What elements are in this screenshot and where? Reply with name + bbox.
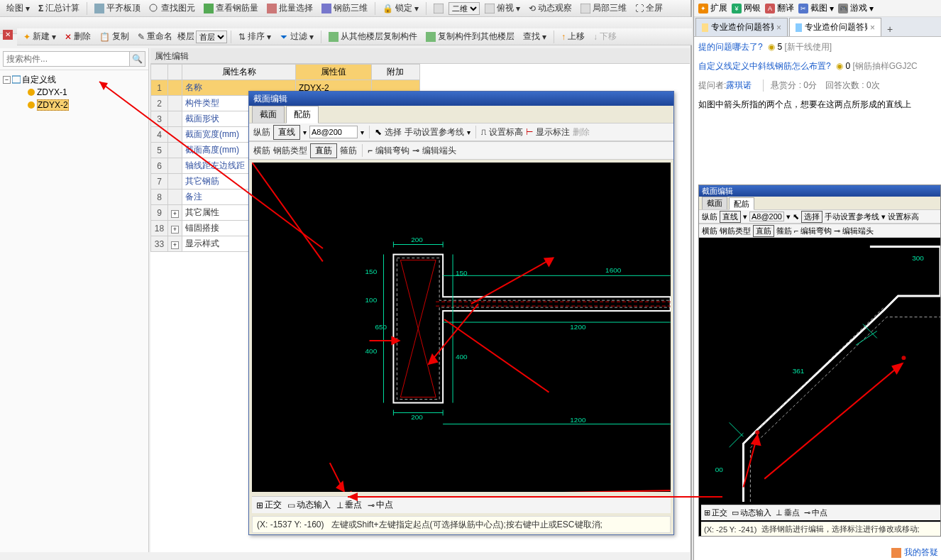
view-mode-select[interactable]: 二维: [449, 2, 480, 15]
close-panel-icon[interactable]: ✕: [3, 30, 13, 40]
t-line-btn[interactable]: 直线: [720, 211, 741, 223]
copy-btn[interactable]: 📋复制: [96, 28, 133, 45]
edit-end-btn[interactable]: 编辑端头: [422, 145, 456, 157]
dyn-input-toggle[interactable]: ▭ 动态输入: [287, 499, 331, 511]
t-end-btn[interactable]: 编辑端头: [842, 226, 874, 236]
t-spec: A8@200: [749, 212, 784, 221]
browser-tab-1[interactable]: 专业造价问题答疑平台 ×: [695, 18, 788, 36]
view-rebar-btn[interactable]: 查看钢筋量: [200, 0, 262, 16]
thumb-cad-canvas[interactable]: 300 361 00 400: [701, 238, 940, 502]
question-link-1[interactable]: 提的问题哪去了?: [698, 42, 763, 52]
thumb-tab-section[interactable]: 截面: [702, 197, 727, 209]
tab-rebar[interactable]: 配筋: [286, 106, 319, 123]
edit-hook-btn[interactable]: 编辑弯钩: [375, 145, 409, 157]
perp-snap[interactable]: ⊥ 垂点: [336, 499, 362, 511]
manual-ref-btn[interactable]: 手动设置参考线: [405, 126, 464, 138]
fullscreen-btn[interactable]: ⛶全屏: [632, 0, 666, 16]
game-btn[interactable]: 🎮游戏 ▾: [838, 2, 874, 14]
svg-text:00: 00: [715, 466, 724, 473]
rename-btn[interactable]: ✎重命名: [134, 28, 176, 45]
t-dyn[interactable]: ▭ 动态输入: [732, 507, 771, 518]
set-mark-btn[interactable]: 设置标高: [489, 126, 523, 138]
t-mid[interactable]: ⊸ 中点: [804, 507, 827, 518]
tree-item-2[interactable]: ZDYX-2: [1, 99, 147, 111]
thumb-tab-rebar[interactable]: 配筋: [729, 197, 754, 210]
svg-point-1: [150, 4, 157, 11]
search-button[interactable]: 🔍: [130, 51, 145, 67]
copy-to-floor-btn[interactable]: 复制构件到其他楼层: [422, 28, 518, 45]
batch-sel-btn[interactable]: 批量选择: [263, 0, 317, 16]
collapse-icon[interactable]: −: [3, 76, 11, 84]
bank-btn[interactable]: ¥网银: [732, 2, 761, 14]
t-hint: 选择钢筋进行编辑，选择标注进行修改或移动;: [761, 524, 920, 534]
lock-btn[interactable]: 🔒锁定 ▾: [379, 0, 422, 16]
stirrup-btn[interactable]: 箍筋: [340, 145, 357, 157]
svg-line-41: [252, 163, 323, 261]
cad-canvas[interactable]: 200 200 150 100 400 650 150 400 1600 120…: [252, 163, 671, 492]
long-rebar-label: 纵筋: [253, 126, 270, 138]
tree-item-1[interactable]: ZDYX-1: [1, 86, 147, 99]
new-btn[interactable]: ✦新建 ▾: [20, 28, 60, 45]
screenshot-btn[interactable]: ✂截图 ▾: [798, 2, 834, 14]
expand-icon[interactable]: +: [171, 226, 179, 234]
browser-tab-2[interactable]: 专业造价问题答疑平台 ×: [789, 18, 881, 36]
t-hook-btn[interactable]: 编辑弯钩: [800, 226, 832, 236]
draw-btn[interactable]: 绘图 ▾: [3, 0, 33, 16]
move-up-btn[interactable]: ↑上移: [558, 28, 588, 45]
expand-icon[interactable]: +: [171, 210, 179, 218]
t-stirrup-btn[interactable]: 箍筋: [776, 226, 792, 236]
svg-point-12: [28, 101, 35, 109]
svg-line-69: [764, 363, 902, 479]
close-tab-icon[interactable]: ×: [776, 23, 781, 33]
move-down-btn[interactable]: ↓下移: [590, 28, 620, 45]
asker-link[interactable]: 露琪诺: [726, 80, 752, 90]
del-rebar-btn[interactable]: 删除: [573, 126, 590, 138]
ext-btn[interactable]: ✦扩展: [698, 2, 727, 14]
view-2d-btn[interactable]: [430, 1, 447, 16]
translate-btn[interactable]: Aあ翻译: [765, 2, 794, 14]
rebar-3d-btn[interactable]: 钢筋三维: [318, 0, 371, 16]
copy-from-floor-btn[interactable]: 从其他楼层复制构件: [325, 28, 421, 45]
my-answers-link[interactable]: 我的答疑: [891, 547, 938, 559]
tab-section[interactable]: 截面: [252, 106, 285, 123]
find-elem-btn[interactable]: 查找图元: [145, 0, 199, 16]
show-mark-btn[interactable]: 显示标注: [536, 126, 570, 138]
folder-icon: [12, 75, 21, 84]
t-perp[interactable]: ⊥ 垂点: [776, 507, 800, 518]
t-long-label: 纵筋: [702, 212, 717, 222]
sum-btn[interactable]: Σ 汇总计算: [35, 0, 83, 16]
dyn-observe-btn[interactable]: ⟲动态观察: [525, 0, 576, 16]
t-straight-btn[interactable]: 直筋: [753, 225, 774, 237]
svg-text:361: 361: [793, 367, 805, 375]
floor-label: 楼层: [177, 31, 194, 43]
expand-icon[interactable]: +: [171, 241, 179, 249]
tree-root[interactable]: − 自定义线: [1, 73, 147, 86]
floor-select[interactable]: 首层: [196, 31, 227, 43]
rebar-spec-input[interactable]: [309, 126, 358, 138]
orbit-icon: ⟲: [529, 4, 536, 13]
local-3d-btn[interactable]: 局部三维: [577, 0, 630, 16]
t-setmark-btn[interactable]: 设置标高: [888, 212, 919, 222]
straight-btn[interactable]: 直筋: [310, 143, 337, 158]
question-link-2[interactable]: 自定义线定义中斜线钢筋怎么布置?: [698, 61, 831, 71]
t-select-btn[interactable]: 选择: [801, 211, 822, 223]
search-input[interactable]: [3, 51, 130, 67]
page-icon: [796, 23, 802, 32]
delete-btn[interactable]: ✕删除: [61, 28, 94, 45]
flatten-btn[interactable]: 平齐板顶: [91, 0, 144, 16]
find-btn[interactable]: 查找 ▾: [519, 28, 550, 45]
t-ortho[interactable]: ⊞ 正交: [704, 507, 727, 518]
mid-snap[interactable]: ⊸ 中点: [368, 499, 393, 511]
filter-btn[interactable]: ⏷过滤 ▾: [276, 28, 317, 45]
topview-btn[interactable]: 俯视 ▾: [481, 0, 524, 16]
ortho-toggle[interactable]: ⊞ 正交: [256, 499, 282, 511]
add-tab-btn[interactable]: +: [883, 22, 897, 36]
tree-root-label: 自定义线: [22, 74, 56, 86]
select-btn[interactable]: 选择: [385, 126, 402, 138]
line-mode-btn[interactable]: 直线: [273, 125, 300, 140]
cursor-icon: ⬉: [375, 127, 382, 137]
thumb-title: 截面编辑: [699, 185, 940, 197]
close-tab-icon[interactable]: ×: [870, 23, 875, 33]
sort-btn[interactable]: ⇅排序 ▾: [235, 28, 275, 45]
t-manual-btn[interactable]: 手动设置参考线: [825, 212, 879, 222]
